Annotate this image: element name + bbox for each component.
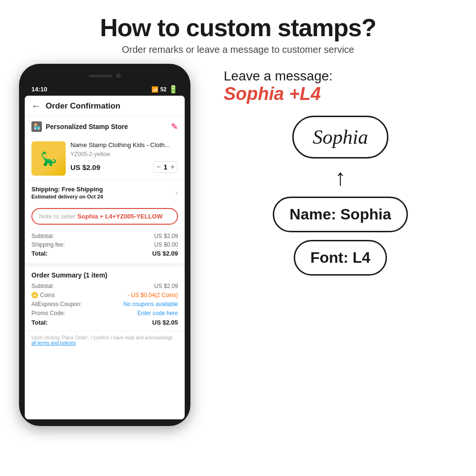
promo-label: Promo Code: <box>31 310 65 317</box>
summary-coins-line: ● Coins - US $0.04(2 Coins) <box>31 292 178 298</box>
shipping-fee-line: Shipping fee: US $0.00 <box>31 241 178 248</box>
footer-note: Upon clicking 'Place Order', I confirm I… <box>25 331 185 349</box>
summary-subtotal-value: US $2.09 <box>154 283 178 289</box>
total-value: US $2.09 <box>152 250 178 257</box>
shipping-sub: Estimated delivery on Oct 24 <box>31 194 103 199</box>
summary-total-line: Total: US $2.05 <box>31 319 178 326</box>
main-title: How to custom stamps? <box>19 14 457 41</box>
coin-icon: ● <box>31 292 38 298</box>
product-info: Name Stamp Clothing Kids - Cloth... YZ00… <box>70 141 178 176</box>
summary-total-label: Total: <box>31 319 48 326</box>
header: How to custom stamps? Order remarks or l… <box>19 14 457 55</box>
edit-icon[interactable]: ✎ <box>171 121 178 132</box>
phone-status-bar: 14:10 📶 52 🔋 <box>25 84 185 96</box>
phone-screen: ← Order Confirmation 🏪 Personalized Stam… <box>25 96 185 419</box>
note-seller-label: Note to seller <box>39 213 76 220</box>
phone-camera <box>116 73 121 78</box>
signal-icon: 📶 <box>151 86 159 93</box>
shipping-date: Oct 24 <box>87 194 103 199</box>
product-image-inner: 🦕 <box>31 141 66 176</box>
font-box: Font: L4 <box>294 240 387 276</box>
coupon-label: AliExpress Coupon: <box>31 301 81 307</box>
store-left: 🏪 Personalized Stamp Store <box>31 121 128 132</box>
arrow-up-icon: ↑ <box>335 166 346 189</box>
qty-plus-button[interactable]: + <box>170 163 175 171</box>
promo-value[interactable]: Enter code here <box>138 310 178 317</box>
footer-link[interactable]: all terms and policies <box>31 340 76 346</box>
store-row: 🏪 Personalized Stamp Store ✎ <box>25 117 185 137</box>
coins-row: ● Coins <box>31 292 55 298</box>
product-name: Name Stamp Clothing Kids - Cloth... <box>70 141 178 149</box>
leave-message-value: Sophia +L4 <box>224 84 457 104</box>
footer-text: Upon clicking 'Place Order', I confirm I… <box>31 335 173 340</box>
content-area: 14:10 📶 52 🔋 ← Order Confirmation <box>19 64 457 426</box>
signal-strength: 52 <box>160 86 167 93</box>
quantity-value: 1 <box>164 163 168 171</box>
product-price-row: US $2.09 − 1 + <box>70 161 178 173</box>
quantity-control[interactable]: − 1 + <box>153 161 178 173</box>
coupon-value: No coupons available <box>123 301 178 307</box>
summary-subtotal-label: Subtotal: <box>31 283 54 289</box>
order-summary: Order Summary (1 item) Subtotal: US $2.0… <box>25 263 185 331</box>
qty-minus-button[interactable]: − <box>157 163 161 171</box>
note-seller-wrapper: Note to seller Sophia + L4+YZ005-YELLOW <box>25 204 185 228</box>
total-line: Total: US $2.09 <box>31 250 178 257</box>
page-container: How to custom stamps? Order remarks or l… <box>0 0 476 476</box>
summary-subtotal-line: Subtotal: US $2.09 <box>31 283 178 289</box>
subtotal-line: Subtotal: US $2.09 <box>31 233 178 239</box>
shipping-fee-label: Shipping fee: <box>31 241 65 248</box>
product-image: 🦕 <box>31 141 66 176</box>
product-variant: YZ005-2-yellow <box>70 151 178 158</box>
app-title: Order Confirmation <box>46 101 120 111</box>
name-box: Name: Sophia <box>273 197 407 232</box>
phone-notch <box>76 70 133 81</box>
stamp-text: Sophia <box>313 126 368 148</box>
app-header: ← Order Confirmation <box>25 96 185 117</box>
shipping-fee-value: US $0.00 <box>154 241 178 248</box>
name-box-text: Name: Sophia <box>289 206 391 223</box>
phone-speaker <box>89 75 112 77</box>
note-seller-box[interactable]: Note to seller Sophia + L4+YZ005-YELLOW <box>31 208 178 225</box>
phone-container: 14:10 📶 52 🔋 ← Order Confirmation <box>19 64 205 426</box>
order-summary-title: Order Summary (1 item) <box>31 271 178 279</box>
product-emoji: 🦕 <box>40 151 57 167</box>
shipping-info: Shipping: Free Shipping Estimated delive… <box>31 186 103 199</box>
right-items: Sophia ↑ Name: Sophia Font: L4 <box>224 116 457 276</box>
font-box-text: Font: L4 <box>310 249 370 266</box>
shipping-sub-text: Estimated delivery on <box>31 194 86 199</box>
summary-coupon-line: AliExpress Coupon: No coupons available <box>31 301 178 307</box>
store-icon: 🏪 <box>31 121 42 132</box>
phone-mockup: 14:10 📶 52 🔋 ← Order Confirmation <box>19 64 190 426</box>
status-right: 📶 52 🔋 <box>151 85 178 94</box>
product-row: 🦕 Name Stamp Clothing Kids - Cloth... YZ… <box>25 137 185 180</box>
coins-label: Coins <box>40 292 55 298</box>
battery-icon: 🔋 <box>169 85 178 94</box>
shipping-title: Shipping: Free Shipping <box>31 186 103 193</box>
right-content: Leave a message: Sophia +L4 Sophia ↑ Nam… <box>224 64 457 276</box>
total-label: Total: <box>31 250 48 257</box>
summary-total-value: US $2.05 <box>152 319 178 326</box>
price-summary: Subtotal: US $2.09 Shipping fee: US $0.0… <box>25 228 185 263</box>
store-name: Personalized Stamp Store <box>46 123 128 130</box>
subtitle: Order remarks or leave a message to cust… <box>19 44 457 55</box>
shipping-row: Shipping: Free Shipping Estimated delive… <box>25 180 185 204</box>
note-seller-value: Sophia + L4+YZ005-YELLOW <box>78 213 163 220</box>
product-price: US $2.09 <box>70 163 100 171</box>
status-time: 14:10 <box>31 86 47 93</box>
chevron-icon: › <box>176 188 178 197</box>
coins-value: - US $0.04(2 Coins) <box>128 292 178 298</box>
leave-message-section: Leave a message: Sophia +L4 <box>224 69 457 104</box>
subtotal-label: Subtotal: <box>31 233 54 239</box>
back-button[interactable]: ← <box>31 100 41 111</box>
stamp-preview: Sophia <box>292 116 389 159</box>
leave-message-label: Leave a message: <box>224 69 457 84</box>
summary-promo-line: Promo Code: Enter code here <box>31 310 178 317</box>
subtotal-value: US $2.09 <box>154 233 178 239</box>
